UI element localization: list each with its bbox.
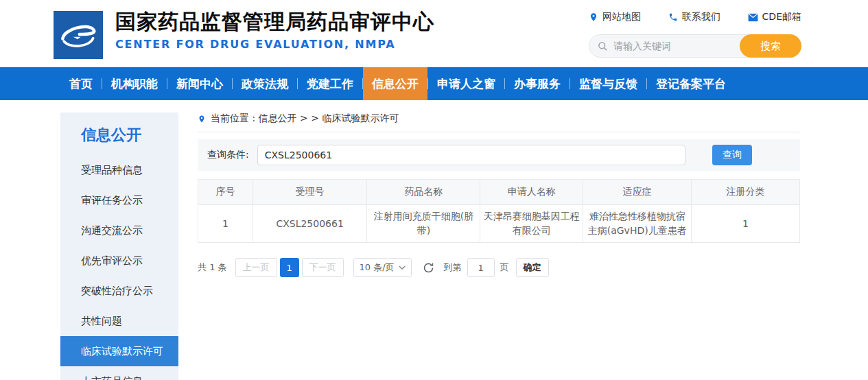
mailbox-label: CDE邮箱 [762,11,801,23]
cde-logo-swoosh [58,17,98,53]
page-size-select[interactable]: 10 条/页 [353,258,412,277]
nav-functions[interactable]: 机构职能 [102,67,167,100]
sidebar-item-priority-review[interactable]: 优先审评公示 [60,246,178,276]
contact-link[interactable]: 联系我们 [668,11,720,23]
search-button[interactable]: 搜索 [740,34,801,58]
sidebar-item-breakthrough-therapy[interactable]: 突破性治疗公示 [60,276,178,306]
pagination: 共 1 条 上一页 1 下一页 10 条/页 到第 页 确定 [198,258,800,277]
search-icon [598,41,608,51]
goto-prefix: 到第 [444,261,462,274]
nav-services[interactable]: 办事服务 [505,67,570,100]
brand-block: 国家药品监督管理局药品审评中心 CENTER FOR DRUG EVALUATI… [115,8,434,51]
mail-icon [748,13,758,22]
nav-supervision-feedback[interactable]: 监督与反馈 [570,67,646,100]
nav-applicant-window[interactable]: 申请人之窗 [428,67,504,100]
site-header: 国家药品监督管理局药品审评中心 CENTER FOR DRUG EVALUATI… [0,0,868,67]
pagination-total: 共 1 条 [198,261,227,274]
col-acceptance-number: 受理号 [253,180,367,205]
col-registration-class: 注册分类 [692,180,800,205]
map-pin-icon [589,12,598,22]
page-size-value: 10 条/页 [360,261,395,274]
phone-icon [668,12,678,22]
col-drug-name: 药品名称 [367,180,480,205]
query-label: 查询条件: [207,149,249,161]
goto-suffix: 页 [500,261,509,274]
nav-party-building[interactable]: 党建工作 [298,67,362,100]
nav-home[interactable]: 首页 [60,67,102,100]
location-pin-icon [198,114,206,124]
nav-policies[interactable]: 政策法规 [233,67,297,100]
next-page-button[interactable]: 下一页 [302,258,344,277]
quick-links: 网站地图 联系我们 CDE邮箱 [589,11,801,23]
sidebar-item-communication[interactable]: 沟通交流公示 [60,215,178,246]
sitemap-label: 网站地图 [602,11,641,23]
sidebar-item-review-tasks[interactable]: 审评任务公示 [60,185,178,215]
cell-acceptance-number: CXSL2500661 [253,205,367,243]
prev-page-button[interactable]: 上一页 [235,258,277,277]
sitemap-link[interactable]: 网站地图 [589,11,641,23]
refresh-icon[interactable] [423,262,434,274]
site-title: 国家药品监督管理局药品审评中心 [115,8,434,35]
chevron-down-icon [399,265,406,270]
col-serial: 序号 [198,180,253,205]
query-button[interactable]: 查询 [712,145,752,165]
breadcrumb-text: 当前位置 : 信息公开 > > 临床试验默示许可 [211,112,399,125]
col-indication: 适应症 [583,180,692,205]
query-panel: 查询条件: 查询 [198,139,800,171]
cell-applicant-name: 天津昂赛细胞基因工程有限公司 [480,205,583,243]
page-number-1[interactable]: 1 [280,258,299,277]
mailbox-link[interactable]: CDE邮箱 [748,11,801,23]
nav-registration-platform[interactable]: 登记备案平台 [647,67,735,100]
cell-registration-class: 1 [692,205,800,243]
breadcrumb: 当前位置 : 信息公开 > > 临床试验默示许可 [198,112,800,132]
cell-drug-name: 注射用间充质干细胞(脐带) [367,205,480,243]
results-table: 序号 受理号 药品名称 申请人名称 适应症 注册分类 1 CXSL2500661… [198,179,800,243]
contact-label: 联系我们 [682,11,720,23]
table-header-row: 序号 受理号 药品名称 申请人名称 适应症 注册分类 [198,180,800,205]
cell-indication: 难治性急性移植物抗宿主病(aGvHD)儿童患者 [583,205,692,243]
search-input[interactable] [608,40,740,51]
main-nav: 首页 机构职能 新闻中心 政策法规 党建工作 信息公开 申请人之窗 办事服务 监… [0,67,868,100]
nav-info-disclosure[interactable]: 信息公开 [363,67,427,100]
cde-logo [54,11,103,59]
goto-page-input[interactable] [467,258,495,277]
sidebar-title: 信息公开 [60,112,178,155]
query-input[interactable] [257,145,685,165]
goto-confirm-button[interactable]: 确定 [516,258,549,277]
site-subtitle: CENTER FOR DRUG EVALUATION, NMPA [115,38,434,51]
sidebar-item-accepted-varieties[interactable]: 受理品种信息 [60,155,178,185]
site-search: 搜索 [589,34,801,58]
cell-serial: 1 [198,205,253,243]
sidebar-item-marketed-drugs[interactable]: 上市药品信息 [60,366,178,380]
sidebar-item-clinical-trial-implied-license[interactable]: 临床试验默示许可 [60,336,178,366]
sidebar: 信息公开 受理品种信息 审评任务公示 沟通交流公示 优先审评公示 突破性治疗公示… [60,112,178,380]
table-row: 1 CXSL2500661 注射用间充质干细胞(脐带) 天津昂赛细胞基因工程有限… [198,205,800,243]
nav-news[interactable]: 新闻中心 [167,67,232,100]
sidebar-item-common-issues[interactable]: 共性问题 [60,306,178,336]
col-applicant-name: 申请人名称 [480,180,583,205]
